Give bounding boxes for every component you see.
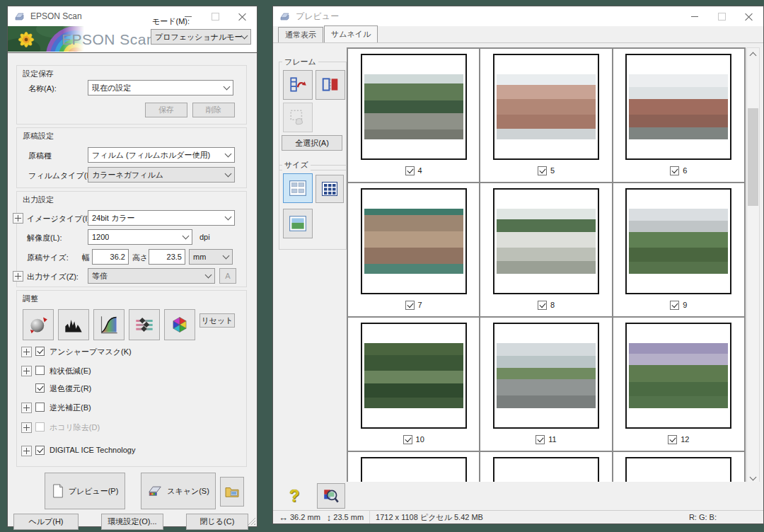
selection-width: 36.2 mm: [290, 513, 320, 521]
thumbnail-checkbox[interactable]: [670, 166, 679, 175]
thumbnail-grid-button[interactable]: [316, 175, 344, 203]
expand-button[interactable]: [21, 422, 32, 433]
image-type-select[interactable]: 24bit カラー: [88, 210, 235, 226]
thumbnail-checkbox[interactable]: [538, 166, 547, 175]
thumbnail-checkbox[interactable]: [538, 301, 547, 310]
thumbnail-checkbox[interactable]: [403, 435, 412, 444]
thumbnail-number: 6: [683, 166, 687, 175]
thumbnail-size-small-button[interactable]: [283, 173, 313, 203]
densitometer-button[interactable]: [317, 483, 345, 509]
adjust-checkbox[interactable]: [35, 422, 45, 432]
thumbnail-checkbox[interactable]: [405, 301, 415, 310]
adjust-checkbox[interactable]: [35, 446, 45, 455]
thumbnail-cell[interactable]: 11: [480, 317, 612, 451]
film-type-select[interactable]: カラーネガフィルム: [88, 167, 235, 183]
close-window-button[interactable]: 閉じる(C): [186, 514, 248, 530]
scan-button[interactable]: スキャン(S): [141, 473, 216, 509]
preview-help-button[interactable]: ?: [282, 483, 307, 509]
thumbnail-cell[interactable]: 6: [613, 48, 745, 183]
adjust-checkbox[interactable]: [35, 403, 45, 412]
expand-button[interactable]: [13, 271, 23, 282]
mode-select[interactable]: プロフェッショナルモード: [151, 29, 251, 45]
thumbnail-cell[interactable]: 4: [347, 48, 480, 183]
thumbnail-slide: [361, 54, 467, 160]
color-palette-button[interactable]: [164, 309, 195, 340]
adjust-checkbox[interactable]: [35, 347, 45, 356]
adjust-checkbox[interactable]: [35, 383, 45, 393]
rotate-icon: [289, 76, 307, 94]
thumbnail-cell-partial[interactable]: [347, 451, 480, 484]
thumbnail-checkbox[interactable]: [536, 435, 545, 444]
thumbnail-number: 4: [418, 166, 422, 175]
thumbnail-cell[interactable]: 8: [480, 183, 612, 317]
select-all-button[interactable]: 全選択(A): [282, 135, 342, 151]
group-title: 設定保存: [23, 69, 54, 79]
image-adjustment-button[interactable]: [129, 309, 160, 340]
tab-thumbnail[interactable]: サムネイル: [324, 25, 378, 42]
thumbnail-checkbox[interactable]: [405, 166, 415, 175]
expand-button[interactable]: [21, 403, 32, 413]
expand-button[interactable]: [21, 347, 32, 357]
thumbnail-scrollbar[interactable]: [746, 47, 760, 485]
help-icon: ?: [289, 486, 300, 506]
thumbnail-checkbox[interactable]: [670, 301, 679, 310]
histogram-button[interactable]: [58, 309, 89, 340]
thumbnail-number: 7: [418, 301, 422, 309]
file-save-settings-button[interactable]: [220, 477, 244, 507]
thumbnail-photo: [629, 343, 728, 408]
thumbnail-cell[interactable]: 7: [347, 183, 480, 317]
resize-grip[interactable]: [248, 517, 255, 525]
settings-name-select[interactable]: 現在の設定: [88, 80, 233, 96]
name-label: 名称(A):: [28, 83, 57, 94]
unit-select[interactable]: mm: [189, 249, 233, 265]
expand-button[interactable]: [21, 446, 32, 456]
preview-button[interactable]: プレビュー(P): [45, 473, 125, 509]
vertical-arrow-icon: ↕: [327, 512, 332, 523]
height-input[interactable]: 23.5: [149, 249, 185, 265]
thumbnail-cell[interactable]: 5: [480, 48, 612, 183]
full-preview-button[interactable]: [283, 209, 313, 238]
tone-curve-button[interactable]: [93, 309, 125, 340]
page-icon: [52, 483, 64, 499]
scrollbar-thumb[interactable]: [748, 108, 758, 206]
thumbnail-cell-partial[interactable]: [613, 451, 745, 484]
width-input[interactable]: 36.2: [92, 249, 129, 265]
scroll-up-button[interactable]: [747, 48, 759, 60]
grid-icon: [321, 181, 338, 197]
thumbnail-photo: [497, 209, 596, 274]
thumbnail-cell[interactable]: 12: [613, 317, 745, 451]
output-size-label: 出力サイズ(Z):: [27, 272, 79, 282]
output-size-select[interactable]: 等倍: [88, 268, 215, 284]
tab-normal-view[interactable]: 通常表示: [278, 27, 323, 42]
help-button[interactable]: ヘルプ(H): [13, 514, 79, 530]
epson-scan-window: EPSON Scan: [7, 6, 257, 527]
rotate-frame-button[interactable]: [283, 70, 313, 100]
lock-size-button[interactable]: A: [219, 268, 236, 284]
thumbnail-checkbox[interactable]: [668, 435, 677, 444]
configuration-button[interactable]: 環境設定(O)...: [101, 514, 163, 530]
close-button[interactable]: [735, 7, 762, 25]
scanner-icon: [279, 12, 291, 21]
thumbnail-cell[interactable]: 9: [613, 183, 745, 317]
marquee-button[interactable]: [283, 103, 313, 132]
scan-icon: [147, 485, 163, 498]
adjust-checkbox-label: 退色復元(R): [50, 383, 91, 394]
adjust-checkbox[interactable]: [35, 366, 45, 375]
minimize-button[interactable]: [681, 7, 708, 25]
expand-button[interactable]: [21, 366, 32, 376]
thumbnail-cell[interactable]: 10: [347, 317, 480, 451]
delete-button[interactable]: 削除: [192, 103, 235, 117]
adjust-checkbox-label: 粒状低減(E): [50, 366, 91, 376]
reset-button[interactable]: リセット: [199, 313, 235, 328]
save-button[interactable]: 保存: [145, 103, 187, 117]
preview-statusbar: ↔ 36.2 mm ↕ 23.5 mm 1712 x 1108 ピクセル 5.4…: [273, 510, 763, 524]
maximize-button[interactable]: [708, 7, 735, 25]
expand-button[interactable]: [13, 213, 23, 224]
preview-titlebar: プレビュー: [273, 6, 763, 26]
mirror-frame-button[interactable]: [316, 70, 345, 100]
resolution-select[interactable]: 1200: [88, 229, 192, 245]
document-type-select[interactable]: フィルム (フィルムホルダー使用): [88, 147, 235, 163]
thumbnail-photo: [364, 209, 463, 274]
thumbnail-cell-partial[interactable]: [480, 451, 612, 484]
auto-exposure-button[interactable]: [23, 309, 54, 340]
